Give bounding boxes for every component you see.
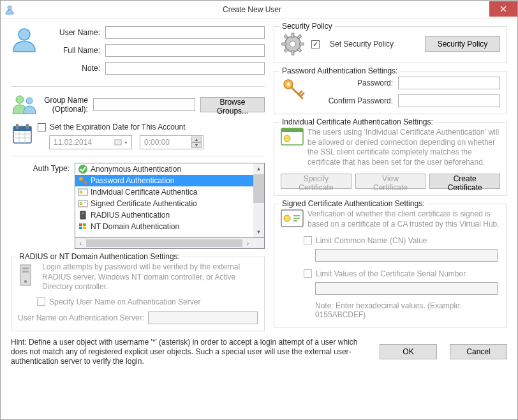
full-name-label: Full Name:	[41, 46, 105, 55]
svg-point-30	[290, 41, 296, 47]
hint-text: Hint: Define a user object with username…	[11, 338, 367, 366]
auth-item-radius: RADIUS Authentication	[75, 209, 264, 221]
svg-point-13	[78, 165, 87, 174]
listbox-hscroll[interactable]: ‹ ›	[75, 238, 265, 249]
view-certificate-button[interactable]: View Certificate	[355, 174, 426, 189]
app-icon	[4, 4, 15, 15]
set-expiration-checkbox[interactable]	[38, 123, 46, 131]
expiration-date-picker[interactable]: 11.02.2014 ▼	[49, 135, 132, 149]
note-field[interactable]	[105, 62, 265, 75]
radius-desc: Login attempts by password will be verif…	[42, 262, 258, 292]
user-icon	[11, 26, 38, 53]
svg-point-43	[284, 135, 290, 142]
individual-cert-box: Individual Certificate Authentication Se…	[274, 122, 507, 196]
limit-cn-label: Limit Common Name (CN) Value	[316, 236, 427, 245]
limit-serial-checkbox[interactable]	[304, 269, 312, 278]
svg-rect-12	[115, 140, 121, 145]
svg-rect-19	[80, 211, 85, 219]
specify-certificate-button[interactable]: Specify Certificate	[281, 174, 352, 189]
svg-rect-21	[79, 223, 82, 226]
svg-point-40	[287, 83, 290, 86]
note-label: Note:	[41, 64, 105, 73]
svg-point-0	[8, 6, 11, 10]
svg-rect-34	[299, 43, 304, 45]
svg-rect-38	[284, 48, 288, 52]
auth-item-nt-domain: NT Domain Authentication	[75, 221, 264, 232]
calendar-icon	[11, 123, 38, 146]
expiration-time-picker[interactable]: 0:00:00 ▲▼	[140, 135, 204, 149]
cert-icon	[78, 187, 88, 197]
svg-rect-22	[83, 223, 86, 226]
auth-item-anonymous: Anonymous Authentication	[75, 163, 264, 175]
svg-rect-24	[83, 227, 86, 229]
svg-point-45	[284, 215, 290, 221]
security-policy-title: Security Policy	[279, 22, 335, 31]
group-name-label: Group Name (Optional):	[41, 96, 93, 114]
time-spinner[interactable]: ▲▼	[191, 137, 202, 148]
create-certificate-button[interactable]: Create Certificate	[429, 174, 500, 189]
radius-settings-box: RADIUS or NT Domain Authentication Setti…	[11, 257, 265, 331]
group-icon	[11, 93, 38, 116]
confirm-password-label: Confirm Password:	[307, 96, 398, 105]
svg-point-28	[24, 280, 27, 283]
set-security-policy-label: Set Security Policy	[330, 40, 418, 49]
gear-icon	[281, 32, 305, 56]
signed-cert-box: Signed Certificate Authentication Settin…	[274, 204, 507, 327]
group-name-field[interactable]	[93, 98, 195, 111]
limit-serial-field[interactable]	[315, 282, 498, 295]
individual-cert-desc: The users using 'Individual Certificate …	[307, 128, 500, 167]
cert-card-icon	[281, 128, 304, 167]
svg-point-18	[80, 202, 82, 205]
svg-rect-27	[22, 271, 29, 273]
confirm-password-field[interactable]	[398, 94, 500, 107]
svg-rect-42	[281, 128, 303, 132]
svg-rect-32	[292, 50, 294, 55]
limit-cn-field[interactable]	[315, 249, 498, 262]
svg-rect-23	[79, 227, 82, 229]
password-auth-title: Password Authentication Settings:	[279, 66, 400, 75]
auth-type-listbox[interactable]: Anonymous Authentication Password Authen…	[75, 163, 265, 238]
signed-cert-icon	[281, 209, 304, 229]
security-policy-button[interactable]: Security Policy	[425, 36, 500, 52]
calendar-dropdown-icon	[114, 139, 122, 146]
auth-item-individual-cert: Individual Certificate Authentica	[75, 186, 264, 198]
limit-cn-checkbox[interactable]	[304, 236, 312, 244]
auth-item-signed-cert: Signed Certificate Authenticatio	[75, 198, 264, 209]
svg-point-1	[18, 29, 30, 40]
ok-button[interactable]: OK	[380, 344, 437, 359]
auth-type-label: Auth Type:	[11, 163, 75, 249]
signed-cert-title: Signed Certificate Authentication Settin…	[279, 199, 427, 208]
svg-rect-7	[26, 124, 29, 129]
key-icon	[78, 176, 88, 186]
server-tower-icon	[18, 262, 37, 292]
svg-rect-26	[22, 267, 29, 269]
set-security-policy-checkbox[interactable]	[311, 40, 320, 49]
full-name-field[interactable]	[105, 44, 265, 57]
set-expiration-label: Set the Expiration Date for This Account	[50, 123, 186, 131]
svg-rect-31	[292, 33, 294, 38]
browse-groups-button[interactable]: Browse Groups...	[200, 97, 265, 112]
auth-server-username-field[interactable]	[148, 311, 258, 324]
security-policy-box: Security Policy Set Security Policy Secu…	[274, 26, 507, 63]
radius-settings-title: RADIUS or NT Domain Authentication Setti…	[17, 252, 182, 261]
specify-user-label: Specify User Name on Authentication Serv…	[49, 297, 200, 306]
server-icon	[78, 210, 88, 220]
limit-serial-label: Limit Values of the Certificate Serial N…	[316, 269, 466, 278]
svg-point-2	[16, 96, 24, 103]
svg-rect-36	[297, 48, 302, 52]
cert-signed-icon	[78, 199, 88, 209]
svg-point-16	[80, 191, 82, 193]
specify-user-checkbox[interactable]	[37, 297, 45, 306]
password-field[interactable]	[398, 77, 500, 89]
divider	[11, 86, 265, 87]
cancel-button[interactable]: Cancel	[450, 344, 507, 359]
listbox-scrollbar[interactable]: ▲▼	[253, 163, 264, 237]
password-auth-box: Password Authentication Settings: Passwo…	[274, 71, 507, 114]
divider	[11, 156, 265, 156]
keys-icon	[281, 77, 307, 107]
user-name-label: User Name:	[41, 28, 105, 37]
window-title: Create New User	[15, 5, 489, 14]
user-name-field[interactable]	[105, 26, 265, 39]
check-circle-icon	[78, 164, 88, 174]
close-button[interactable]	[489, 1, 517, 17]
